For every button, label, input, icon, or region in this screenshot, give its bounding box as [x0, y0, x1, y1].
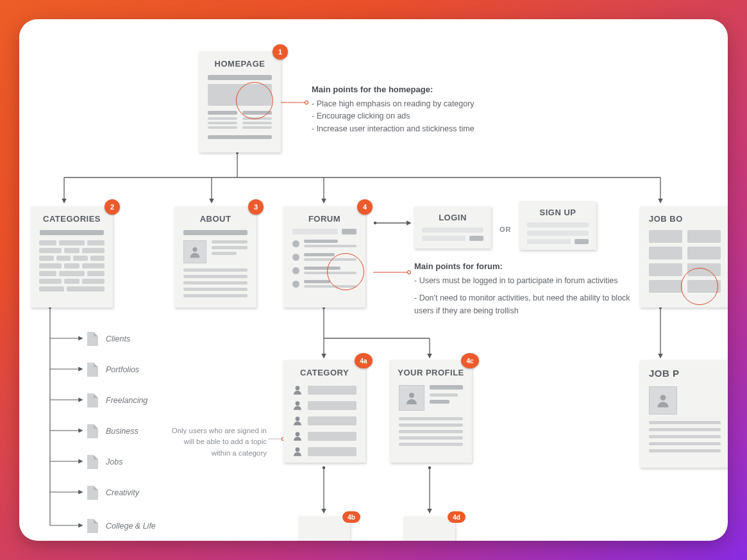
avatar-icon — [292, 431, 303, 441]
page-title: HOMEPAGE — [205, 58, 274, 72]
category-label: Jobs — [106, 457, 122, 466]
page-signup: SIGN UP — [519, 201, 596, 250]
category-item: College & Life — [87, 519, 156, 533]
category-item: Freelancing — [87, 393, 147, 408]
badge-4a: 4a — [355, 353, 373, 368]
lens-icon — [327, 253, 364, 290]
page-stub-4b — [299, 516, 350, 541]
document-icon — [87, 332, 98, 346]
lens-icon — [236, 82, 273, 119]
category-label: College & Life — [106, 522, 156, 531]
page-title: YOUR PROFILE — [396, 366, 466, 381]
page-title: ABOUT — [181, 213, 250, 227]
or-label: OR — [499, 226, 512, 233]
badge-4c: 4c — [461, 353, 479, 368]
document-icon — [87, 363, 98, 377]
page-login: LOGIN — [414, 206, 491, 249]
annotation-homepage: Main points for the homepage: - Place hi… — [312, 85, 542, 135]
badge-1: 1 — [273, 44, 288, 60]
annotation-line: - Users must be logged in to participate… — [414, 275, 632, 287]
page-category: 4a CATEGORY — [283, 360, 365, 463]
annotation-line: - Increase user interaction and stickine… — [312, 123, 542, 135]
annotation-line: will be able to add a topic — [184, 438, 267, 445]
category-label: Portfolios — [106, 365, 139, 374]
svg-point-7 — [296, 447, 300, 452]
page-about: 3 ABOUT — [174, 206, 256, 308]
category-item: Business — [87, 424, 138, 438]
document-icon — [87, 519, 98, 533]
document-icon — [87, 455, 98, 469]
annotation-line: within a category — [212, 449, 267, 457]
category-item: Jobs — [87, 455, 122, 469]
avatar-icon — [292, 385, 303, 395]
page-title: CATEGORY — [290, 366, 359, 381]
page-title: CATEGORIES — [37, 213, 106, 227]
page-categories: 2 CATEGORIES — [31, 206, 113, 308]
page-title: JOB P — [646, 366, 723, 383]
badge-2: 2 — [105, 199, 120, 215]
page-stub-4d — [404, 516, 455, 541]
page-title: LOGIN — [421, 211, 485, 226]
badge-4d: 4d — [448, 511, 466, 523]
category-item: Clients — [87, 332, 130, 346]
badge-3: 3 — [248, 199, 264, 215]
page-jobpost: JOB P — [640, 360, 728, 468]
svg-point-6 — [296, 432, 300, 436]
svg-point-2 — [192, 247, 197, 252]
annotation-line: - Place high emphasis on reading by cate… — [312, 98, 542, 110]
page-title: SIGN UP — [526, 206, 590, 221]
sitemap-canvas: 1 HOMEPAGE Main points for the homepage:… — [19, 19, 728, 541]
category-item: Portfolios — [87, 363, 139, 377]
category-label: Clients — [106, 334, 130, 343]
annotation-heading: Main points for the homepage: — [312, 85, 542, 94]
annotation-line: - Encourage clicking on ads — [312, 110, 542, 122]
avatar-icon — [188, 245, 202, 259]
document-icon — [87, 393, 98, 408]
avatar-icon — [292, 400, 303, 411]
svg-point-4 — [296, 401, 300, 406]
badge-4: 4 — [357, 199, 373, 215]
svg-point-9 — [660, 395, 666, 400]
page-title: FORUM — [290, 213, 359, 227]
category-item: Creativity — [87, 486, 139, 500]
category-label: Freelancing — [106, 396, 147, 405]
annotation-forum: Main points for forum: - Users must be l… — [414, 261, 632, 317]
avatar-icon — [292, 416, 303, 426]
avatar-icon — [404, 390, 419, 406]
document-icon — [87, 486, 98, 500]
page-title: JOB BO — [646, 213, 723, 227]
svg-point-5 — [296, 416, 300, 421]
badge-4b: 4b — [342, 511, 360, 523]
annotation-heading: Main points for forum: — [414, 261, 632, 271]
document-icon — [87, 424, 98, 438]
annotation-category-signin: Only users who are signed in will be abl… — [171, 425, 267, 459]
annotation-line: Only users who are signed in — [172, 427, 267, 434]
annotation-line: - Don't need to monitor activities, but … — [414, 292, 632, 317]
lens-icon — [681, 268, 718, 305]
category-label: Creativity — [106, 488, 139, 497]
category-label: Business — [106, 427, 138, 436]
page-profile: 4c YOUR PROFILE — [390, 360, 472, 463]
svg-point-3 — [296, 386, 300, 390]
svg-point-8 — [409, 393, 414, 398]
avatar-icon — [655, 392, 671, 409]
avatar-icon — [292, 447, 303, 457]
